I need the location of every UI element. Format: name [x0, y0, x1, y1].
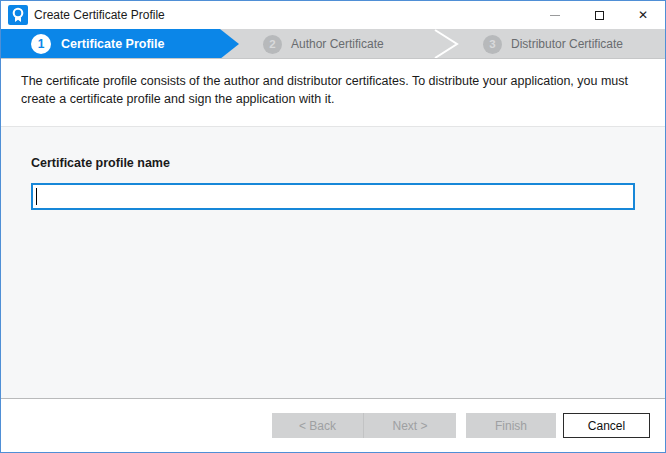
- minimize-icon: [550, 15, 560, 16]
- create-certificate-profile-dialog: Create Certificate Profile ✕ 1 Certifica…: [0, 0, 666, 453]
- footer-button-bar: < Back Next > Finish Cancel: [1, 398, 665, 452]
- title-bar: Create Certificate Profile ✕: [1, 1, 665, 29]
- step-number-badge: 3: [483, 35, 502, 54]
- window-title: Create Certificate Profile: [34, 8, 165, 22]
- maximize-icon: [595, 11, 604, 20]
- certificate-badge-icon: [8, 5, 28, 25]
- step-label: Distributor Certificate: [511, 37, 623, 51]
- wizard-step-certificate-profile[interactable]: 1 Certificate Profile: [1, 29, 239, 59]
- back-button[interactable]: < Back: [272, 413, 364, 438]
- description-text: The certificate profile consists of the …: [21, 72, 643, 108]
- window-controls: ✕: [533, 1, 665, 29]
- minimize-button[interactable]: [533, 1, 577, 29]
- main-content: Certificate profile name: [1, 126, 665, 398]
- close-button[interactable]: ✕: [621, 1, 665, 29]
- wizard-step-bar: 1 Certificate Profile 2 Author Certifica…: [1, 29, 665, 59]
- cancel-button[interactable]: Cancel: [563, 413, 650, 438]
- text-caret: [36, 188, 37, 205]
- chevron-separator-icon: [432, 29, 460, 59]
- wizard-step-distributor-certificate[interactable]: 3 Distributor Certificate: [483, 29, 623, 59]
- step-label: Author Certificate: [291, 37, 384, 51]
- close-icon: ✕: [638, 9, 648, 21]
- step-number-badge: 2: [263, 35, 282, 54]
- maximize-button[interactable]: [577, 1, 621, 29]
- step-number-badge: 1: [31, 34, 51, 54]
- description-area: The certificate profile consists of the …: [1, 59, 665, 126]
- certificate-profile-name-label: Certificate profile name: [31, 156, 665, 170]
- certificate-profile-name-input[interactable]: [31, 183, 635, 210]
- certificate-profile-name-field: [31, 183, 635, 210]
- finish-button[interactable]: Finish: [466, 413, 556, 438]
- next-button[interactable]: Next >: [364, 413, 456, 438]
- step-label: Certificate Profile: [61, 37, 165, 51]
- wizard-step-author-certificate[interactable]: 2 Author Certificate: [263, 29, 384, 59]
